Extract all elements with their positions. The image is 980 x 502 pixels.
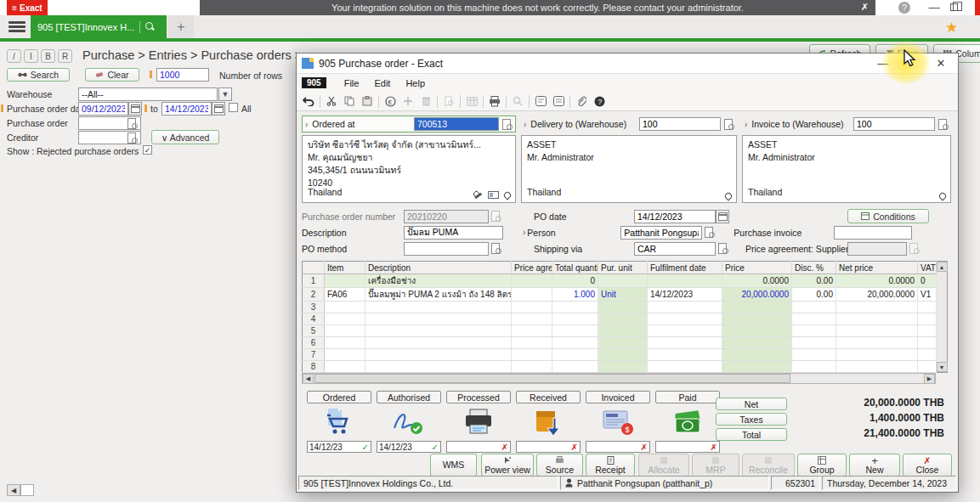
map-pin-icon[interactable] [938,191,947,200]
grid-cell-description[interactable] [365,361,512,373]
description-input[interactable] [404,226,503,240]
grid-cell-disc[interactable] [792,302,836,313]
grid-cell-date[interactable] [648,349,722,361]
paid-money-icon[interactable] [655,405,720,439]
advanced-button[interactable]: ∨ Advanced [151,130,219,144]
tab-search-icon[interactable] [145,22,155,31]
grid-cell-qty[interactable] [552,325,598,337]
scroll-left-icon[interactable]: ◀ [303,374,314,384]
grid-cell-unit[interactable] [598,313,648,325]
delivery-to-input[interactable] [639,117,721,131]
col-description[interactable]: Description [365,262,512,274]
grid-cell-price[interactable] [722,337,792,349]
col-price[interactable]: Price [722,262,792,274]
grid-cell-disc[interactable] [792,325,836,337]
grid-cell-vat[interactable]: 0 [918,274,937,288]
received-date-field[interactable]: ✗ [516,441,581,453]
date-to-calendar-icon[interactable] [212,102,225,116]
col-price-agreement[interactable]: Price agreem [512,262,552,274]
ordered-button[interactable]: Ordered [307,391,371,403]
grid-cell-unit[interactable] [598,302,648,313]
main-horizontal-scrollbar[interactable]: ◀ [7,484,34,496]
note-icon[interactable] [534,94,547,108]
scroll-down-icon[interactable]: ▼ [937,362,948,372]
grid-cell-description[interactable] [365,325,512,337]
po-method-input[interactable] [404,242,489,256]
grid-cell-price_agreement[interactable] [512,302,552,313]
paste-icon[interactable] [360,94,374,108]
grid-cell-price_agreement[interactable] [512,349,552,361]
date-from-calendar-icon[interactable] [128,102,142,116]
tab-active[interactable]: 905 [TEST]Innovex H... [31,15,167,38]
grid-cell-price[interactable] [722,325,792,337]
grid-cell-date[interactable] [648,313,722,325]
grid-cell-qty[interactable] [552,302,598,313]
date-from-input[interactable] [78,102,128,116]
grid-cell-price_agreement[interactable] [512,325,552,337]
browse-icon[interactable] [490,243,501,254]
authorised-date-field[interactable]: 14/12/23 ✓ [377,441,441,453]
new-button[interactable]: + New [849,454,900,477]
grid-vertical-scrollbar[interactable]: ▲ ▼ [937,261,948,373]
crumb-button-slash[interactable]: / [7,49,21,63]
crumb-button-r[interactable]: R [58,49,72,63]
authorised-button[interactable]: Authorised [377,391,441,403]
grid-cell-description[interactable] [365,302,512,313]
grid-cell-description[interactable]: ปั๊มลมพูม่า PUMA 2 แรงม้า ถัง 148 ลิตร ร… [365,288,512,302]
dialog-titlebar[interactable]: 905 Purchase order - Exact — ✕ [297,54,958,74]
grid-cell-qty[interactable] [552,313,598,325]
grid-cell-date[interactable] [648,337,722,349]
grid-cell-qty[interactable]: 1.000 [552,288,598,302]
browse-icon[interactable] [938,119,949,130]
po-date-input[interactable] [634,210,716,223]
supplier-address-box[interactable]: บริษัท ซีอาร์ซี ไทวัสดุ จำกัด (สาขานวมิน… [302,135,516,203]
grid-cell-unit[interactable] [598,274,648,288]
browse-icon[interactable] [127,133,138,144]
delivery-address-box[interactable]: ASSET Mr. Administrator Thailand [521,135,737,203]
grid-cell-qty[interactable]: 0 [552,274,598,288]
grid-cell-price[interactable]: 20,000.0000 [722,288,792,302]
currency-icon[interactable]: € [383,94,397,108]
grid-cell-price[interactable] [722,313,792,325]
grid-cell-unit[interactable] [598,349,648,361]
received-button[interactable]: Received [516,391,581,403]
invoice-to-input[interactable] [853,117,935,131]
grid-cell-date[interactable] [648,302,722,313]
favorite-star-icon[interactable]: ★ [945,19,958,37]
purchase-order-input[interactable] [78,116,141,130]
po-date-calendar-icon[interactable] [716,210,729,223]
browse-icon[interactable] [127,118,138,129]
grid-cell-date[interactable]: 14/12/2023 [648,288,722,302]
menu-file[interactable]: File [337,76,367,90]
paid-button[interactable]: Paid [655,391,720,403]
grid-cell-vat[interactable] [918,325,937,337]
all-checkbox[interactable] [229,103,238,112]
new-tab-button[interactable]: + [168,15,194,38]
person-input[interactable] [620,226,702,240]
grid-cell-net[interactable] [836,337,918,349]
grid-row-number[interactable]: 7 [303,349,325,361]
window-minimize-button[interactable]: — [926,1,942,14]
grid-cell-price[interactable] [722,302,792,313]
search-button[interactable]: Search [7,68,70,82]
date-to-input[interactable] [161,102,212,116]
grid-cell-disc[interactable] [792,361,836,373]
invoice-address-box[interactable]: ASSET Mr. Administrator Thailand [742,135,951,203]
grid-cell-net[interactable] [836,313,918,325]
grid-cell-unit[interactable]: Unit [598,288,648,302]
shipping-via-input[interactable] [634,242,716,256]
grid-cell-net[interactable] [836,325,918,337]
grid-cell-vat[interactable] [918,313,937,325]
creditor-input[interactable] [78,131,141,144]
grid-row-number[interactable]: 4 [303,313,325,325]
grid-cell-description[interactable] [365,349,512,361]
grid-cell-date[interactable] [648,361,722,373]
authorised-signature-icon[interactable] [377,405,441,439]
grid-cell-disc[interactable] [792,337,836,349]
grid-cell-price_agreement[interactable] [512,337,552,349]
col-disc[interactable]: Disc. % [792,262,836,274]
browse-icon[interactable] [704,227,715,238]
help-icon[interactable]: ? [898,2,910,14]
grid-cell-qty[interactable] [552,361,598,373]
grid-cell-item[interactable] [325,349,365,361]
